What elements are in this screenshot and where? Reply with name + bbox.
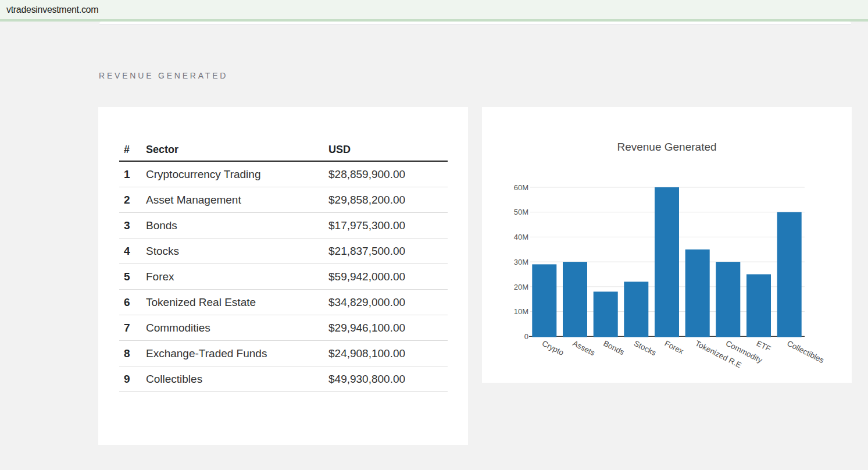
svg-text:10M: 10M xyxy=(514,307,528,316)
svg-text:ETF: ETF xyxy=(755,339,773,354)
svg-text:Bonds: Bonds xyxy=(602,339,626,357)
svg-text:Revenue Generated: Revenue Generated xyxy=(617,141,716,153)
svg-text:20M: 20M xyxy=(514,283,528,291)
svg-text:40M: 40M xyxy=(514,233,528,241)
svg-text:Stocks: Stocks xyxy=(633,339,658,358)
svg-text:Crypto: Crypto xyxy=(541,339,565,357)
svg-text:0: 0 xyxy=(524,332,528,341)
svg-text:Forex: Forex xyxy=(663,339,685,356)
svg-text:Assets: Assets xyxy=(571,339,596,358)
svg-text:30M: 30M xyxy=(514,258,528,266)
svg-text:60M: 60M xyxy=(514,183,528,192)
svg-text:Collectibles: Collectibles xyxy=(785,339,826,365)
svg-text:50M: 50M xyxy=(514,208,528,216)
